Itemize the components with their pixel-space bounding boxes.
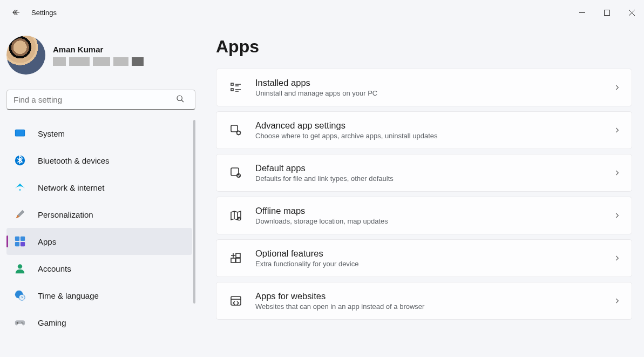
- chevron-right-icon: [613, 169, 621, 177]
- svg-point-1: [177, 96, 182, 100]
- titlebar: Settings: [0, 0, 644, 25]
- window-controls: [570, 4, 644, 21]
- svg-point-10: [18, 264, 22, 268]
- maximize-icon: [604, 10, 610, 16]
- sidebar-item-label: Personalization: [38, 210, 93, 219]
- card-offline-maps[interactable]: Offline maps Downloads, storage location…: [216, 197, 632, 234]
- svg-rect-8: [15, 242, 19, 246]
- chevron-right-icon: [613, 212, 621, 219]
- search-input[interactable]: [6, 90, 195, 110]
- card-title: Offline maps: [255, 206, 613, 216]
- card-apps-for-websites[interactable]: Apps for websites Websites that can open…: [216, 282, 632, 320]
- system-icon: [14, 127, 26, 139]
- chevron-right-icon: [613, 126, 621, 134]
- minimize-button[interactable]: [570, 4, 594, 21]
- svg-rect-6: [15, 237, 19, 241]
- sidebar-item-accounts[interactable]: Accounts: [6, 255, 192, 282]
- sidebar-item-system[interactable]: System: [6, 120, 192, 147]
- svg-rect-9: [21, 242, 25, 246]
- svg-rect-17: [231, 125, 238, 132]
- card-title: Apps for websites: [255, 291, 613, 301]
- card-title: Optional features: [255, 248, 613, 259]
- svg-point-14: [23, 323, 24, 324]
- sidebar-item-label: Network & internet: [38, 183, 104, 192]
- avatar: [6, 36, 45, 75]
- card-desc: Extra functionality for your device: [255, 260, 613, 268]
- sidebar-item-apps[interactable]: Apps: [6, 228, 192, 255]
- page-title: Apps: [216, 37, 632, 57]
- chevron-right-icon: [613, 297, 621, 305]
- card-default-apps[interactable]: Default apps Defaults for file and link …: [216, 154, 632, 192]
- sidebar-item-label: Gaming: [38, 318, 66, 327]
- card-title: Installed apps: [255, 78, 613, 88]
- main: Apps Installed apps Uninstall and manage…: [195, 25, 644, 357]
- sidebar-item-label: Apps: [38, 237, 56, 246]
- svg-rect-3: [16, 130, 25, 136]
- wifi-icon: [14, 181, 26, 193]
- advanced-settings-icon: [228, 123, 243, 138]
- card-optional-features[interactable]: Optional features Extra functionality fo…: [216, 239, 632, 277]
- sidebar: Aman Kumar System: [0, 25, 195, 357]
- paintbrush-icon: [14, 208, 26, 220]
- maximize-button[interactable]: [594, 4, 619, 21]
- sidebar-item-label: System: [38, 129, 65, 138]
- card-advanced-app-settings[interactable]: Advanced app settings Choose where to ge…: [216, 111, 632, 149]
- default-apps-icon: [228, 165, 243, 180]
- sidebar-item-time-language[interactable]: Time & language: [6, 282, 192, 309]
- profile-email-redacted: [53, 57, 144, 66]
- profile-name: Aman Kumar: [53, 45, 144, 54]
- sidebar-item-bluetooth[interactable]: Bluetooth & devices: [6, 147, 192, 174]
- sidebar-item-label: Time & language: [38, 291, 99, 300]
- globe-clock-icon: [14, 289, 26, 301]
- svg-point-18: [237, 131, 240, 134]
- close-button[interactable]: [619, 4, 644, 21]
- arrow-left-icon: [11, 8, 21, 17]
- minimize-icon: [579, 10, 585, 16]
- chevron-right-icon: [613, 254, 621, 262]
- card-desc: Choose where to get apps, archive apps, …: [255, 132, 613, 140]
- card-desc: Defaults for file and link types, other …: [255, 174, 613, 183]
- close-icon: [629, 10, 635, 16]
- card-desc: Websites that can open in an app instead…: [255, 302, 613, 311]
- scrollbar[interactable]: [193, 120, 195, 304]
- card-desc: Downloads, storage location, map updates: [255, 217, 613, 225]
- profile-section[interactable]: Aman Kumar: [6, 30, 195, 82]
- installed-apps-icon: [228, 80, 243, 95]
- svg-point-5: [19, 189, 21, 191]
- optional-features-icon: [228, 251, 243, 266]
- svg-rect-0: [604, 10, 609, 15]
- search-wrap: [6, 90, 194, 110]
- sidebar-item-label: Accounts: [38, 264, 71, 273]
- svg-rect-25: [231, 297, 241, 305]
- sidebar-item-gaming[interactable]: Gaming: [6, 309, 192, 336]
- svg-rect-23: [236, 258, 240, 262]
- search-button[interactable]: [176, 95, 185, 105]
- svg-rect-24: [236, 253, 240, 258]
- person-icon: [14, 262, 26, 274]
- card-title: Default apps: [255, 163, 613, 173]
- window-title: Settings: [31, 9, 57, 17]
- apps-icon: [14, 235, 26, 247]
- offline-maps-icon: [228, 208, 243, 223]
- sidebar-item-network[interactable]: Network & internet: [6, 174, 192, 201]
- svg-rect-22: [231, 258, 235, 262]
- cards: Installed apps Uninstall and manage apps…: [216, 69, 632, 320]
- search-icon: [176, 95, 185, 103]
- apps-for-websites-icon: [228, 293, 243, 308]
- card-installed-apps[interactable]: Installed apps Uninstall and manage apps…: [216, 69, 632, 106]
- sidebar-item-personalization[interactable]: Personalization: [6, 201, 192, 228]
- bluetooth-icon: [14, 154, 26, 166]
- svg-rect-15: [231, 83, 233, 85]
- back-button[interactable]: [9, 5, 24, 20]
- svg-point-13: [22, 322, 23, 323]
- svg-rect-7: [21, 237, 25, 241]
- svg-rect-16: [231, 89, 233, 91]
- chevron-right-icon: [613, 84, 621, 91]
- card-title: Advanced app settings: [255, 120, 613, 131]
- sidebar-item-label: Bluetooth & devices: [38, 156, 110, 165]
- nav: System Bluetooth & devices Network & int…: [6, 120, 195, 336]
- gamepad-icon: [14, 316, 26, 328]
- card-desc: Uninstall and manage apps on your PC: [255, 89, 613, 97]
